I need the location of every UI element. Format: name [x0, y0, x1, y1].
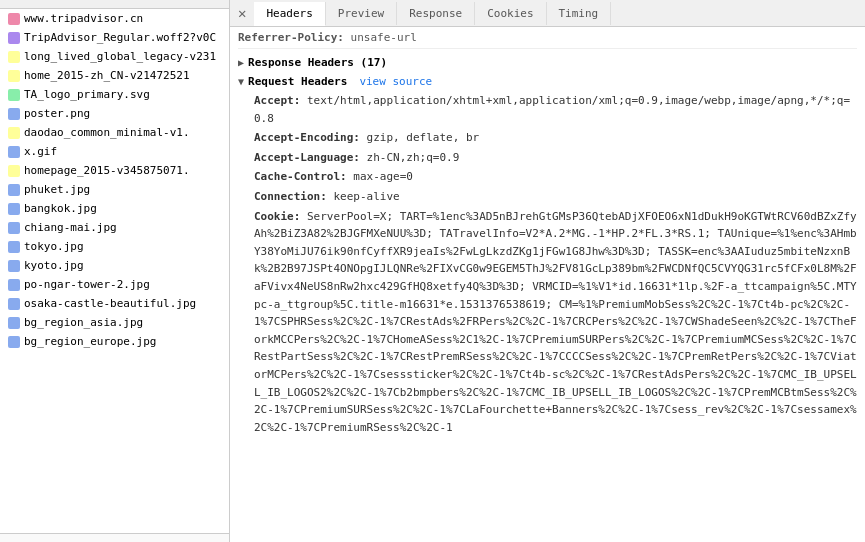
file-item[interactable]: tokyo.jpg	[0, 237, 229, 256]
file-name: TA_logo_primary.svg	[24, 88, 150, 101]
file-type-icon	[8, 336, 20, 348]
header-name: Accept-Language:	[254, 151, 367, 164]
file-type-icon	[8, 222, 20, 234]
referrer-header: Referrer-Policy: unsafe-url	[238, 31, 857, 49]
file-item[interactable]: chiang-mai.jpg	[0, 218, 229, 237]
file-item[interactable]: www.tripadvisor.cn	[0, 9, 229, 28]
file-item[interactable]: bg_region_asia.jpg	[0, 313, 229, 332]
file-type-icon	[8, 241, 20, 253]
file-item[interactable]: phuket.jpg	[0, 180, 229, 199]
header-name: Connection:	[254, 190, 333, 203]
header-value: keep-alive	[333, 190, 399, 203]
file-name: tokyo.jpg	[24, 240, 84, 253]
file-item[interactable]: bangkok.jpg	[0, 199, 229, 218]
tab-cookies[interactable]: Cookies	[475, 2, 546, 25]
file-name: daodao_common_minimal-v1.	[24, 126, 190, 139]
file-name: bangkok.jpg	[24, 202, 97, 215]
header-name: Accept-Encoding:	[254, 131, 367, 144]
file-name: poster.png	[24, 107, 90, 120]
file-type-icon	[8, 32, 20, 44]
file-type-icon	[8, 89, 20, 101]
file-name: osaka-castle-beautiful.jpg	[24, 297, 196, 310]
file-item[interactable]: long_lived_global_legacy-v231	[0, 47, 229, 66]
file-item[interactable]: bg_region_europe.jpg	[0, 332, 229, 351]
file-item[interactable]: x.gif	[0, 142, 229, 161]
header-name: Accept:	[254, 94, 307, 107]
header-value: gzip, deflate, br	[367, 131, 480, 144]
headers-content-area[interactable]: Referrer-Policy: unsafe-url▶Response Hea…	[230, 27, 865, 542]
file-item[interactable]: daodao_common_minimal-v1.	[0, 123, 229, 142]
file-type-icon	[8, 317, 20, 329]
file-name: po-ngar-tower-2.jpg	[24, 278, 150, 291]
file-list-header	[0, 0, 229, 9]
file-item[interactable]: TA_logo_primary.svg	[0, 85, 229, 104]
tab-timing[interactable]: Timing	[547, 2, 612, 25]
file-name: bg_region_asia.jpg	[24, 316, 143, 329]
file-name: phuket.jpg	[24, 183, 90, 196]
response-headers-triangle: ▶	[238, 57, 244, 68]
header-value: ServerPool=X; TART=%1enc%3AD5nBJrehGtGMs…	[254, 210, 857, 434]
file-name: bg_region_europe.jpg	[24, 335, 156, 348]
header-value: zh-CN,zh;q=0.9	[367, 151, 460, 164]
response-headers-title: Response Headers (17)	[248, 56, 387, 69]
file-item[interactable]: TripAdvisor_Regular.woff2?v0C	[0, 28, 229, 47]
tab-headers[interactable]: Headers	[254, 2, 325, 26]
file-type-icon	[8, 203, 20, 215]
file-item[interactable]: homepage_2015-v345875071.	[0, 161, 229, 180]
header-row: Cookie: ServerPool=X; TART=%1enc%3AD5nBJ…	[254, 207, 857, 438]
header-row: Accept-Language: zh-CN,zh;q=0.9	[254, 148, 857, 168]
file-item[interactable]: po-ngar-tower-2.jpg	[0, 275, 229, 294]
request-headers-toggle[interactable]: ▼Request Headersview source	[238, 72, 857, 91]
tab-response[interactable]: Response	[397, 2, 475, 25]
file-name: homepage_2015-v345875071.	[24, 164, 190, 177]
file-name: home_2015-zh_CN-v21472521	[24, 69, 190, 82]
file-type-icon	[8, 13, 20, 25]
file-type-icon	[8, 298, 20, 310]
file-type-icon	[8, 146, 20, 158]
file-type-icon	[8, 279, 20, 291]
file-item[interactable]: poster.png	[0, 104, 229, 123]
request-headers-section: ▼Request Headersview sourceAccept: text/…	[238, 72, 857, 437]
tab-preview[interactable]: Preview	[326, 2, 397, 25]
tab-bar: ✕ HeadersPreviewResponseCookiesTiming	[230, 0, 865, 27]
header-row: Accept: text/html,application/xhtml+xml,…	[254, 91, 857, 128]
header-row: Cache-Control: max-age=0	[254, 167, 857, 187]
file-name: kyoto.jpg	[24, 259, 84, 272]
network-summary	[0, 533, 229, 542]
file-name: TripAdvisor_Regular.woff2?v0C	[24, 31, 216, 44]
file-list[interactable]: www.tripadvisor.cnTripAdvisor_Regular.wo…	[0, 9, 229, 533]
request-headers-list: Accept: text/html,application/xhtml+xml,…	[238, 91, 857, 437]
file-item[interactable]: kyoto.jpg	[0, 256, 229, 275]
file-name: long_lived_global_legacy-v231	[24, 50, 216, 63]
header-row: Accept-Encoding: gzip, deflate, br	[254, 128, 857, 148]
file-name: www.tripadvisor.cn	[24, 12, 143, 25]
header-row: Connection: keep-alive	[254, 187, 857, 207]
header-name: Cookie:	[254, 210, 307, 223]
file-item[interactable]: osaka-castle-beautiful.jpg	[0, 294, 229, 313]
header-value: max-age=0	[353, 170, 413, 183]
request-headers-triangle: ▼	[238, 76, 244, 87]
left-panel: www.tripadvisor.cnTripAdvisor_Regular.wo…	[0, 0, 230, 542]
response-headers-section[interactable]: ▶Response Headers (17)	[238, 53, 857, 72]
close-button[interactable]: ✕	[230, 0, 254, 26]
file-type-icon	[8, 127, 20, 139]
file-item[interactable]: home_2015-zh_CN-v21472521	[0, 66, 229, 85]
file-type-icon	[8, 51, 20, 63]
request-headers-title: Request Headers	[248, 75, 347, 88]
file-name: x.gif	[24, 145, 57, 158]
header-value: text/html,application/xhtml+xml,applicat…	[254, 94, 850, 125]
right-panel: ✕ HeadersPreviewResponseCookiesTiming Re…	[230, 0, 865, 542]
view-source-link[interactable]: view source	[359, 75, 432, 88]
file-type-icon	[8, 260, 20, 272]
file-type-icon	[8, 184, 20, 196]
file-name: chiang-mai.jpg	[24, 221, 117, 234]
file-type-icon	[8, 70, 20, 82]
header-name: Cache-Control:	[254, 170, 353, 183]
file-type-icon	[8, 108, 20, 120]
file-type-icon	[8, 165, 20, 177]
